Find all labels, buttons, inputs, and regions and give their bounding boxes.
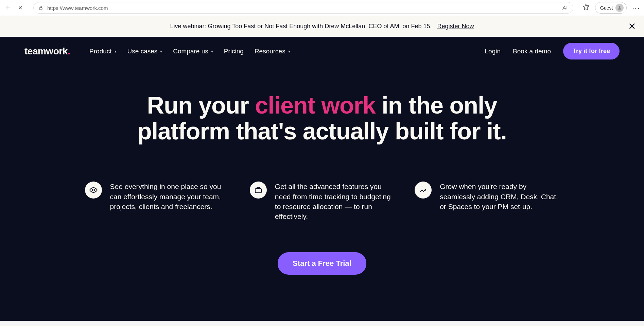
back-button (4, 4, 12, 12)
profile-badge[interactable]: Guest (595, 2, 627, 14)
page-body: teamwork. Product ▾ Use cases ▾ Compare … (0, 37, 644, 321)
nav-label: Product (89, 48, 111, 55)
lock-icon (38, 5, 43, 10)
stop-button[interactable] (16, 4, 24, 12)
nav-product[interactable]: Product ▾ (89, 48, 116, 55)
hero-pre: Run your (147, 92, 255, 119)
nav-label: Compare us (173, 48, 208, 55)
nav-label: Resources (255, 48, 285, 55)
svg-point-3 (619, 6, 621, 8)
favorites-icon[interactable] (582, 3, 590, 12)
feature-text: Get all the advanced features you need f… (275, 182, 394, 222)
main-nav: teamwork. Product ▾ Use cases ▾ Compare … (0, 37, 644, 66)
logo[interactable]: teamwork. (24, 46, 70, 57)
announcement-bar: Live webinar: Growing Too Fast or Not Fa… (0, 16, 644, 37)
login-link[interactable]: Login (485, 48, 501, 55)
nav-compare[interactable]: Compare us ▾ (173, 48, 213, 55)
nav-label: Pricing (224, 48, 244, 55)
more-menu[interactable]: ··· (632, 4, 640, 12)
toolbar-icons: Guest ··· (582, 2, 640, 14)
announcement-text: Live webinar: Growing Too Fast or Not Fa… (170, 23, 432, 30)
announcement-link[interactable]: Register Now (437, 23, 474, 30)
avatar-icon (615, 4, 624, 12)
nav-use-cases[interactable]: Use cases ▾ (127, 48, 162, 55)
address-bar[interactable]: https://www.teamwork.com (33, 2, 573, 14)
hero: Run your client work in the only platfor… (0, 66, 644, 158)
svg-rect-0 (39, 7, 42, 10)
chevron-down-icon: ▾ (211, 49, 213, 54)
trend-icon (415, 182, 432, 199)
nav-pricing[interactable]: Pricing (224, 48, 244, 55)
browser-toolbar: https://www.teamwork.com Guest ··· (0, 0, 644, 16)
start-trial-button[interactable]: Start a Free Trial (278, 252, 366, 275)
feature-text: See everything in one place so you can e… (110, 182, 229, 211)
features: See everything in one place so you can e… (60, 158, 584, 235)
try-free-button[interactable]: Try it for free (563, 43, 620, 59)
nav-resources[interactable]: Resources ▾ (255, 48, 290, 55)
guest-label: Guest (600, 5, 613, 11)
hero-highlight: client work (255, 92, 376, 119)
url-text: https://www.teamwork.com (47, 5, 557, 11)
book-demo-link[interactable]: Book a demo (513, 48, 551, 55)
briefcase-icon (250, 182, 267, 199)
logo-text: teamwork (24, 46, 68, 57)
nav-links: Product ▾ Use cases ▾ Compare us ▾ Prici… (89, 48, 290, 55)
chevron-down-icon: ▾ (115, 49, 117, 54)
read-aloud-icon[interactable] (561, 4, 568, 11)
bottom-cta: Start a Free Trial (0, 235, 644, 275)
nav-right: Login Book a demo Try it for free (485, 43, 620, 59)
feature-text: Grow when you're ready by seamlessly add… (440, 182, 559, 211)
nav-label: Use cases (127, 48, 158, 55)
feature-item: Get all the advanced features you need f… (250, 182, 394, 222)
feature-item: Grow when you're ready by seamlessly add… (415, 182, 559, 222)
hero-title: Run your client work in the only platfor… (135, 93, 509, 144)
feature-item: See everything in one place so you can e… (85, 182, 229, 222)
eye-icon (85, 182, 102, 199)
close-icon[interactable]: ✕ (628, 21, 636, 32)
svg-rect-5 (255, 189, 261, 193)
chevron-down-icon: ▾ (160, 49, 162, 54)
chevron-down-icon: ▾ (288, 49, 290, 54)
svg-point-4 (92, 189, 94, 191)
